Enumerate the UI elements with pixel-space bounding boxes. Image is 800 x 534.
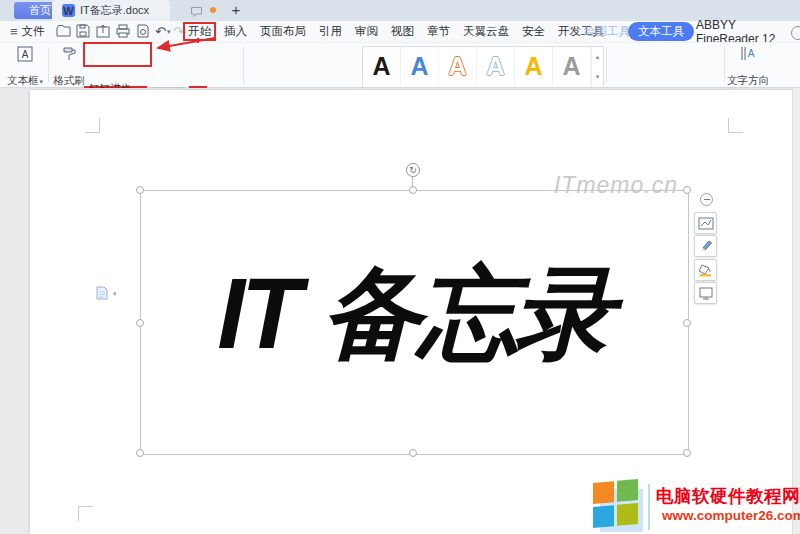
textbox-label: 文本框 <box>7 74 39 86</box>
minus-icon <box>704 199 710 201</box>
print-icon[interactable] <box>116 24 132 40</box>
effects-frame-button[interactable] <box>694 282 717 304</box>
save-icon[interactable] <box>76 24 92 40</box>
preset-orange-outline[interactable]: A <box>439 47 477 85</box>
layout-options-button[interactable] <box>694 212 717 234</box>
frame-icon <box>699 287 713 300</box>
ribbon-toolbar: A 文本框▾ 格式刷 钉钉进步体 ▾ 140 ▾ Aˆ Aˇ B I U▾ <box>0 42 800 88</box>
textbox-content[interactable]: IT 备忘录 <box>140 190 687 440</box>
svg-text:A: A <box>748 48 755 59</box>
margin-mark-top-left <box>85 118 100 133</box>
margin-mark-bottom-left <box>78 506 93 521</box>
comment-bubble-icon[interactable] <box>190 4 203 22</box>
unsaved-dot-icon <box>210 7 216 13</box>
tab-home[interactable]: 开始 <box>183 22 216 41</box>
gallery-scroll[interactable]: ▲ ▼ <box>591 47 603 87</box>
tab-abbyy[interactable]: ABBYY FineReader 12 <box>696 21 800 42</box>
collapse-toolbar-button[interactable] <box>700 193 713 206</box>
vertical-scrollbar[interactable] <box>792 88 800 534</box>
layout-options-icon <box>698 217 714 230</box>
wps-logo-icon: W <box>62 4 75 17</box>
separator <box>606 47 607 83</box>
site-url: www.computer26.com <box>662 508 800 523</box>
wps-writer-window: 首页 W IT备忘录.docx + ≡ 文件 ↶ ▾ <box>0 0 800 534</box>
preset-blue[interactable]: A <box>401 47 439 85</box>
paint-bucket-icon <box>698 263 713 277</box>
text-direction-button[interactable]: A 文字方向 <box>728 44 768 90</box>
separator <box>48 47 49 83</box>
preset-black[interactable]: A <box>363 47 401 85</box>
gallery-down-icon[interactable]: ▼ <box>595 74 601 80</box>
outline-pen-button[interactable] <box>694 235 717 257</box>
flag-olive-pane <box>617 503 638 526</box>
textbox-icon: A <box>17 46 33 62</box>
flag-orange-pane <box>593 481 614 504</box>
preset-blue-outline[interactable]: A <box>477 47 515 85</box>
rotate-icon: ↻ <box>409 165 417 175</box>
text-direction-label: 文字方向 <box>727 74 769 88</box>
flag-blue-pane <box>593 505 614 528</box>
document-canvas[interactable]: ▾ ↻ ITmemo.cn IT 备忘录 <box>0 88 800 534</box>
undo-button[interactable]: ↶ ▾ <box>155 21 170 42</box>
tab-page-layout[interactable]: 页面布局 <box>260 24 306 39</box>
fill-color-button[interactable] <box>694 259 717 281</box>
open-icon[interactable] <box>56 24 72 40</box>
window-tab-bar: 首页 W IT备忘录.docx + <box>0 0 800 21</box>
file-menu[interactable]: ≡ 文件 <box>10 21 45 42</box>
flag-green-pane <box>617 479 638 502</box>
menu-tabs: 开始 插入 页面布局 引用 审阅 视图 章节 天翼云盘 安全 开发工具 <box>186 21 604 42</box>
preset-gray[interactable]: A <box>553 47 591 85</box>
tab-review[interactable]: 审阅 <box>355 24 378 39</box>
text-tools-pill: 文本工具 <box>628 22 694 41</box>
format-painter-label: 格式刷 <box>53 74 85 88</box>
tab-insert[interactable]: 插入 <box>224 24 247 39</box>
tab-references[interactable]: 引用 <box>319 24 342 39</box>
pencil-icon <box>699 239 713 253</box>
object-anchor-icon[interactable] <box>96 286 108 304</box>
export-icon[interactable] <box>96 24 112 40</box>
textbox-button[interactable]: A 文本框▾ <box>6 44 44 90</box>
tab-drawing-tools[interactable]: 绘图工具 <box>584 21 630 42</box>
rotate-handle[interactable]: ↻ <box>406 163 420 177</box>
print-preview-icon[interactable] <box>136 24 152 40</box>
text-effect-gallery: A A A A A A ▲ ▼ <box>362 46 604 88</box>
caret-down-icon: ▾ <box>39 78 43 85</box>
menu-bar: ≡ 文件 ↶ ▾ ↷ 开始 插入 页面布局 引用 审阅 视图 章节 天翼云盘 <box>0 21 800 42</box>
menu-icon: ≡ <box>10 24 18 39</box>
caret-down-icon: ▾ <box>167 28 171 36</box>
preset-gold[interactable]: A <box>515 47 553 85</box>
logo-divider <box>648 484 650 530</box>
format-painter-button[interactable]: 格式刷 <box>52 44 86 90</box>
separator <box>243 47 244 83</box>
tab-cloud[interactable]: 天翼云盘 <box>463 24 509 39</box>
tab-section[interactable]: 章节 <box>427 24 450 39</box>
handle-bottom-left[interactable] <box>136 449 144 457</box>
home-tab-label: 首页 <box>29 3 51 18</box>
file-menu-label: 文件 <box>22 24 45 39</box>
tab-security[interactable]: 安全 <box>522 24 545 39</box>
margin-mark-top-right <box>728 118 743 133</box>
help-circle-icon[interactable] <box>791 26 800 40</box>
gallery-up-icon[interactable]: ▲ <box>595 54 601 60</box>
document-tab[interactable]: W IT备忘录.docx <box>52 0 170 21</box>
tab-text-tools[interactable]: 文本工具 <box>628 23 694 40</box>
handle-bottom-center[interactable] <box>409 449 417 457</box>
windows-flag-icon <box>593 479 638 528</box>
separator <box>724 47 725 83</box>
caret-down-icon[interactable]: ▾ <box>113 290 117 298</box>
site-name: 电脑软硬件教程网 <box>656 484 800 508</box>
handle-bottom-right[interactable] <box>683 449 691 457</box>
document-tab-label: IT备忘录.docx <box>80 3 149 18</box>
new-tab-button[interactable]: + <box>228 1 244 18</box>
format-painter-icon <box>61 46 77 62</box>
undo-icon: ↶ <box>155 24 166 39</box>
text-direction-icon: A <box>740 46 756 61</box>
svg-text:A: A <box>22 49 29 60</box>
tab-view[interactable]: 视图 <box>391 24 414 39</box>
